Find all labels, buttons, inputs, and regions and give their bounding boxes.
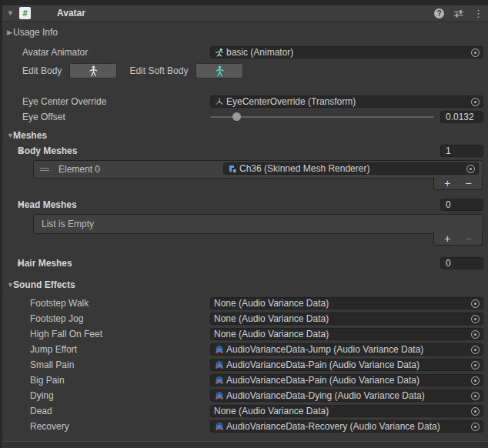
audio-variance-data-icon bbox=[214, 360, 224, 370]
hair-meshes-foldout-icon[interactable]: ▶ bbox=[2, 259, 18, 267]
sound-effect-value: AudioVarianceData-Jump (Audio Variance D… bbox=[226, 344, 423, 355]
sound-effect-label: Dying bbox=[2, 390, 54, 401]
add-element-button[interactable]: + bbox=[440, 178, 455, 189]
inspector-panel: ▼ # Avatar ? ⋮ ▶ Usage Info Avatar Anima… bbox=[2, 0, 488, 448]
avatar-animator-row: Avatar Animator basic (Animator) bbox=[2, 45, 488, 60]
component-header: ▼ # Avatar ? ⋮ bbox=[2, 5, 488, 22]
animator-icon bbox=[214, 48, 224, 58]
sound-effect-row: Jump Effort AudioVarianceData-Jump (Audi… bbox=[2, 342, 488, 357]
eye-center-override-value: EyeCenterOverride (Transform) bbox=[226, 96, 356, 107]
panel-bottom-strip bbox=[4, 441, 488, 448]
sound-effect-label: Small Pain bbox=[2, 359, 74, 370]
head-meshes-size-field[interactable]: 0 bbox=[440, 199, 483, 211]
body-meshes-element-row[interactable]: Element 0 Ch36 (Skinned Mesh Renderer) bbox=[34, 161, 483, 178]
edit-body-button[interactable] bbox=[69, 63, 117, 79]
remove-element-button[interactable]: − bbox=[461, 178, 476, 189]
audio-variance-data-icon bbox=[214, 391, 224, 401]
slider-handle[interactable] bbox=[232, 112, 241, 121]
body-meshes-label: Body Meshes bbox=[18, 145, 77, 156]
avatar-animator-object-field[interactable]: basic (Animator) bbox=[210, 46, 483, 59]
edit-soft-body-label: Edit Soft Body bbox=[129, 65, 188, 76]
sound-effect-picker-icon[interactable] bbox=[471, 330, 480, 339]
eye-offset-slider[interactable] bbox=[210, 109, 434, 125]
script-icon: # bbox=[19, 7, 31, 19]
sound-effect-row: Dying AudioVarianceData-Dying (Audio Var… bbox=[2, 388, 488, 403]
edit-body-label: Edit Body bbox=[2, 65, 62, 76]
body-meshes-foldout-icon[interactable]: ▼ bbox=[2, 147, 18, 155]
eye-center-override-label: Eye Center Override bbox=[2, 96, 106, 107]
sound-effects-list: Footstep Walk None (Audio Variance Data) bbox=[2, 296, 488, 434]
sound-effect-picker-icon[interactable] bbox=[471, 315, 480, 323]
sound-effect-object-field[interactable]: None (Audio Variance Data) bbox=[210, 405, 483, 417]
element-object-value: Ch36 (Skinned Mesh Renderer) bbox=[239, 163, 369, 174]
head-meshes-foldout-row[interactable]: ▼ Head Meshes 0 bbox=[2, 197, 488, 212]
sound-effect-object-field[interactable]: AudioVarianceData-Recovery (Audio Varian… bbox=[210, 420, 483, 433]
body-avatar-icon bbox=[89, 65, 99, 77]
drag-handle-icon[interactable] bbox=[40, 168, 49, 171]
sound-effect-label: Jump Effort bbox=[2, 344, 77, 355]
edit-body-row: Edit Body Edit Soft Body bbox=[2, 60, 488, 82]
sound-effect-object-field[interactable]: AudioVarianceData-Dying (Audio Variance … bbox=[210, 389, 483, 402]
remove-element-button-disabled: − bbox=[461, 233, 476, 244]
head-meshes-list: List is Empty + − bbox=[33, 214, 483, 234]
sound-effects-foldout-row[interactable]: ▼ Sound Effects bbox=[2, 277, 488, 293]
usage-info-foldout-icon[interactable]: ▶ bbox=[2, 28, 13, 36]
sound-effect-value: AudioVarianceData-Recovery (Audio Varian… bbox=[226, 421, 440, 432]
body-meshes-foldout-row[interactable]: ▼ Body Meshes 1 bbox=[2, 143, 488, 159]
sound-effect-label: High Fall On Feet bbox=[2, 329, 102, 339]
eye-center-override-picker-icon[interactable] bbox=[471, 98, 480, 106]
sound-effect-row: Footstep Jog None (Audio Variance Data) bbox=[2, 311, 488, 326]
sound-effect-object-field[interactable]: AudioVarianceData-Pain (Audio Variance D… bbox=[210, 359, 483, 371]
sound-effect-value: None (Audio Variance Data) bbox=[214, 329, 329, 339]
sound-effect-value: AudioVarianceData-Pain (Audio Variance D… bbox=[226, 359, 419, 370]
body-meshes-size-field[interactable]: 1 bbox=[440, 145, 483, 157]
presets-icon[interactable] bbox=[453, 8, 464, 18]
sound-effect-row: Footstep Walk None (Audio Variance Data) bbox=[2, 296, 488, 311]
sound-effect-label: Footstep Walk bbox=[2, 298, 89, 309]
meshes-label: Meshes bbox=[13, 130, 47, 141]
eye-center-override-row: Eye Center Override EyeCenterOverride (T… bbox=[2, 94, 488, 109]
element-label: Element 0 bbox=[58, 164, 100, 175]
empty-list-message: List is Empty bbox=[34, 215, 483, 233]
sound-effect-picker-icon[interactable] bbox=[471, 392, 480, 400]
sound-effect-picker-icon[interactable] bbox=[471, 346, 480, 354]
sound-effect-object-field[interactable]: None (Audio Variance Data) bbox=[210, 328, 483, 340]
element-object-field[interactable]: Ch36 (Skinned Mesh Renderer) bbox=[223, 162, 479, 175]
sound-effect-object-field[interactable]: AudioVarianceData-Pain (Audio Variance D… bbox=[210, 374, 483, 386]
meshes-foldout-icon[interactable]: ▼ bbox=[2, 132, 13, 139]
meshes-foldout-row[interactable]: ▼ Meshes bbox=[2, 128, 488, 143]
transform-icon bbox=[214, 97, 224, 107]
sound-effect-value: None (Audio Variance Data) bbox=[214, 313, 329, 324]
eye-offset-label: Eye Offset bbox=[2, 112, 65, 122]
edit-soft-body-button[interactable] bbox=[196, 63, 243, 79]
head-meshes-list-footer: + − bbox=[433, 232, 483, 246]
sound-effect-object-field[interactable]: AudioVarianceData-Jump (Audio Variance D… bbox=[210, 343, 483, 356]
element-picker-icon[interactable] bbox=[466, 165, 475, 173]
sound-effect-picker-icon[interactable] bbox=[471, 407, 480, 416]
sound-effect-picker-icon[interactable] bbox=[471, 299, 480, 308]
help-icon[interactable]: ? bbox=[434, 8, 444, 18]
usage-info-row[interactable]: ▶ Usage Info bbox=[2, 25, 488, 40]
add-element-button[interactable]: + bbox=[440, 233, 455, 244]
sound-effect-picker-icon[interactable] bbox=[471, 423, 480, 431]
component-title: Avatar bbox=[57, 8, 85, 18]
hair-meshes-size-field[interactable]: 0 bbox=[440, 257, 483, 269]
sound-effect-value: None (Audio Variance Data) bbox=[214, 298, 329, 309]
hair-meshes-foldout-row[interactable]: ▶ Hair Meshes 0 bbox=[2, 256, 488, 271]
hair-meshes-label: Hair Meshes bbox=[18, 258, 72, 269]
sound-effect-picker-icon[interactable] bbox=[471, 361, 480, 369]
component-foldout-icon[interactable]: ▼ bbox=[7, 9, 18, 17]
eye-offset-value-field[interactable]: 0.0132 bbox=[440, 111, 483, 123]
sound-effect-object-field[interactable]: None (Audio Variance Data) bbox=[210, 313, 483, 325]
head-meshes-foldout-icon[interactable]: ▼ bbox=[2, 201, 18, 209]
sound-effect-label: Dead bbox=[2, 406, 52, 416]
sound-effect-object-field[interactable]: None (Audio Variance Data) bbox=[210, 297, 483, 309]
audio-variance-data-icon bbox=[214, 345, 224, 355]
more-menu-icon[interactable]: ⋮ bbox=[473, 8, 483, 18]
eye-center-override-object-field[interactable]: EyeCenterOverride (Transform) bbox=[210, 95, 483, 108]
sound-effect-row: Small Pain AudioVarianceData-Pain (Audio… bbox=[2, 357, 488, 373]
avatar-animator-picker-icon[interactable] bbox=[471, 48, 480, 57]
slider-track[interactable] bbox=[210, 116, 434, 118]
sound-effect-picker-icon[interactable] bbox=[471, 376, 480, 385]
sound-effects-foldout-icon[interactable]: ▼ bbox=[2, 281, 13, 289]
